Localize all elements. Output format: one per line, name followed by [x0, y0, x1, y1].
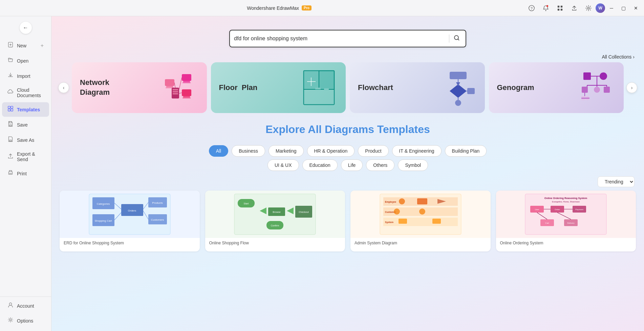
svg-rect-43: [315, 88, 321, 89]
help-icon[interactable]: ?: [527, 4, 536, 13]
share-icon[interactable]: [570, 4, 579, 13]
svg-text:Payment: Payment: [575, 208, 583, 211]
options-icon: [7, 317, 14, 325]
settings-icon[interactable]: [584, 4, 593, 13]
svg-rect-10: [8, 106, 10, 108]
apps-icon[interactable]: [556, 4, 564, 13]
svg-point-3: [546, 5, 548, 7]
print-icon: [7, 170, 14, 177]
svg-text:Products: Products: [152, 201, 163, 204]
carousel-card-flowchart[interactable]: Flowchart: [350, 62, 485, 113]
carousel-card-floorplan[interactable]: Floor Plan: [211, 62, 346, 113]
notification-icon[interactable]: [541, 4, 550, 13]
all-collections-label: All Collections: [602, 54, 631, 60]
filter-pill-business[interactable]: Business: [232, 145, 265, 157]
carousel-card-genogram-img: [578, 67, 616, 108]
export-icon: [7, 153, 14, 161]
trending-row: Trending Newest Popular: [51, 175, 644, 191]
svg-rect-29: [183, 97, 191, 98]
account-icon: [7, 302, 14, 310]
minimize-button[interactable]: ─: [608, 5, 615, 12]
sidebar-item-saveas-label: Save As: [17, 137, 34, 143]
svg-rect-59: [582, 87, 588, 93]
filter-pill-symbol[interactable]: Symbol: [398, 159, 428, 171]
filter-pill-education[interactable]: Education: [302, 159, 338, 171]
filter-pill-uiux[interactable]: UI & UX: [267, 159, 299, 171]
close-button[interactable]: ✕: [632, 5, 640, 12]
carousel-prev-button[interactable]: ‹: [58, 82, 69, 93]
sidebar-item-options-label: Options: [17, 318, 33, 324]
svg-rect-107: [399, 219, 407, 224]
template-info-t4: Online Ordering System: [496, 238, 636, 248]
svg-point-19: [9, 319, 11, 321]
pro-badge: Pro: [302, 5, 312, 10]
svg-rect-21: [165, 79, 174, 86]
svg-rect-15: [9, 122, 11, 123]
sidebar-item-account-label: Account: [17, 303, 34, 309]
carousel-card-network[interactable]: NetworkDiagram: [72, 62, 207, 113]
filter-pill-hr[interactable]: HR & Operation: [307, 145, 355, 157]
explore-title-blue: All Diagrams Templates: [308, 123, 430, 135]
svg-rect-6: [558, 8, 559, 10]
filter-pill-product[interactable]: Product: [358, 145, 388, 157]
titlebar-center: Wondershare EdrawMax Pro: [247, 5, 311, 11]
all-collections-link[interactable]: All Collections ›: [602, 54, 635, 60]
svg-text:Categories: Categories: [96, 202, 110, 205]
svg-rect-13: [11, 109, 13, 111]
svg-text:Checkout: Checkout: [299, 211, 309, 213]
svg-text:Evangelino, Flores, Shanmave: Evangelino, Flores, Shanmave: [552, 201, 580, 203]
trending-select[interactable]: Trending Newest Popular: [598, 176, 635, 187]
svg-text:?: ?: [531, 6, 533, 10]
svg-rect-40: [304, 89, 334, 105]
maximize-button[interactable]: ▢: [619, 5, 628, 12]
table-row[interactable]: Start Browse Checkout Confirm Online Sho…: [205, 191, 345, 251]
svg-rect-7: [561, 8, 562, 10]
carousel-card-network-img: [162, 67, 199, 108]
collections-row: All Collections ›: [51, 54, 644, 62]
filter-pill-all[interactable]: All: [209, 145, 229, 157]
sidebar-item-export[interactable]: Export & Send: [2, 148, 49, 166]
svg-rect-22: [166, 86, 173, 87]
sidebar-item-account[interactable]: Account: [2, 299, 49, 313]
sidebar-item-open[interactable]: Open: [2, 53, 49, 68]
sidebar-item-import[interactable]: Import: [2, 69, 49, 83]
filter-row-2: UI & UX Education Life Others Symbol: [51, 159, 644, 175]
import-icon: [7, 72, 14, 80]
svg-marker-48: [450, 84, 467, 98]
table-row[interactable]: Online Ordering Reasoning System Evangel…: [496, 191, 636, 251]
table-row[interactable]: Employee Customer System: [350, 191, 491, 251]
sidebar-item-templates[interactable]: Templates: [2, 102, 49, 117]
sidebar-item-cloud[interactable]: Cloud Documents: [2, 84, 49, 102]
sidebar-item-saveas[interactable]: Save As: [2, 133, 49, 147]
carousel-card-flowchart-img: [439, 67, 477, 108]
svg-text:System: System: [385, 221, 393, 224]
avatar[interactable]: W: [596, 3, 605, 13]
svg-point-102: [399, 198, 405, 204]
svg-rect-103: [417, 198, 427, 204]
open-icon: [7, 57, 14, 65]
carousel-next-button[interactable]: ›: [626, 82, 637, 93]
sidebar-item-new[interactable]: New +: [2, 38, 49, 53]
svg-rect-5: [561, 5, 562, 7]
search-input[interactable]: [234, 36, 446, 42]
filter-pill-marketing[interactable]: Marketing: [269, 145, 303, 157]
template-thumb-t3: Employee Customer System: [350, 191, 491, 238]
template-info-t2: Online Shopping Flow: [205, 238, 345, 248]
carousel-card-genogram[interactable]: Genogram: [489, 62, 624, 113]
back-button[interactable]: ←: [20, 22, 32, 34]
template-info-t1: ERD for Online Shopping System: [60, 238, 200, 248]
sidebar-item-options[interactable]: Options: [2, 313, 49, 328]
filter-pill-it[interactable]: IT & Engineering: [392, 145, 442, 157]
main-content: All Collections › ‹ NetworkDiagram: [51, 16, 644, 331]
filter-pill-building[interactable]: Building Plan: [445, 145, 487, 157]
sidebar-item-save[interactable]: Save: [2, 117, 49, 132]
search-button[interactable]: [452, 33, 461, 44]
template-thumb-t2: Start Browse Checkout Confirm: [205, 191, 345, 238]
table-row[interactable]: Categories Shopping Cart Orders Products…: [60, 191, 200, 251]
filter-pill-life[interactable]: Life: [341, 159, 363, 171]
carousel-card-floorplan-label: Floor Plan: [219, 83, 258, 93]
svg-rect-24: [182, 74, 191, 81]
sidebar-item-print[interactable]: Print: [2, 166, 49, 181]
carousel-items: NetworkDiagram: [72, 62, 624, 113]
filter-pill-others[interactable]: Others: [366, 159, 394, 171]
